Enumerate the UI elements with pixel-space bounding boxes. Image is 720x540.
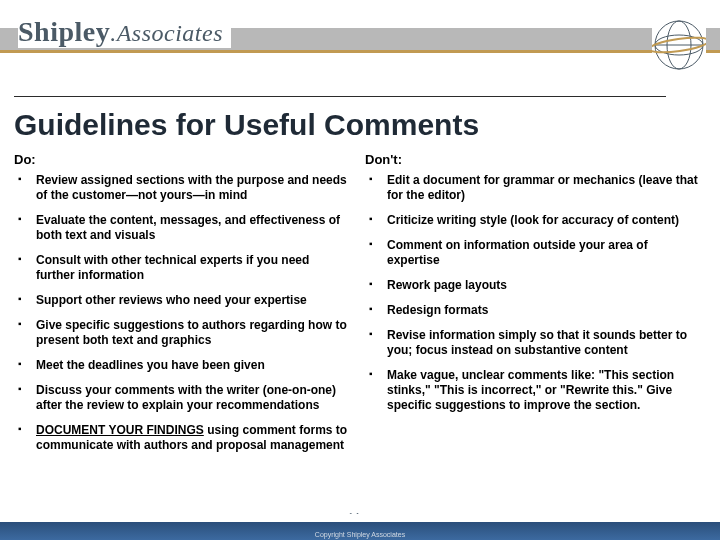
list-item: Make vague, unclear comments like: "This…	[365, 368, 702, 413]
footer-bar: Copyright Shipley Associates	[0, 514, 720, 540]
list-item: Evaluate the content, messages, and effe…	[14, 213, 351, 243]
content-columns: Do: Review assigned sections with the pu…	[14, 152, 702, 463]
slide: Shipley.Associates Guidelines for Useful…	[0, 0, 720, 540]
do-column: Do: Review assigned sections with the pu…	[14, 152, 351, 463]
list-item: Discuss your comments with the writer (o…	[14, 383, 351, 413]
globe-icon	[652, 18, 706, 72]
brand-name-light: .Associates	[110, 20, 223, 46]
list-item-prefix: DOCUMENT YOUR FINDINGS	[36, 423, 204, 437]
list-item: Criticize writing style (look for accura…	[365, 213, 702, 228]
do-heading: Do:	[14, 152, 351, 167]
header: Shipley.Associates	[0, 0, 720, 88]
list-item: Review assigned sections with the purpos…	[14, 173, 351, 203]
footer-copyright: Copyright Shipley Associates	[0, 531, 720, 538]
do-list: Review assigned sections with the purpos…	[14, 173, 351, 453]
list-item: Give specific suggestions to authors reg…	[14, 318, 351, 348]
list-item: DOCUMENT YOUR FINDINGS using comment for…	[14, 423, 351, 453]
brand-logo-text: Shipley.Associates	[18, 16, 231, 48]
list-item: Revise information simply so that it sou…	[365, 328, 702, 358]
dont-heading: Don't:	[365, 152, 702, 167]
list-item: Rework page layouts	[365, 278, 702, 293]
dont-list: Edit a document for grammar or mechanics…	[365, 173, 702, 413]
list-item: Support other reviews who need your expe…	[14, 293, 351, 308]
list-item: Redesign formats	[365, 303, 702, 318]
slide-title: Guidelines for Useful Comments	[14, 108, 479, 142]
brand-name-bold: Shipley	[18, 16, 110, 47]
list-item: Comment on information outside your area…	[365, 238, 702, 268]
title-divider	[14, 96, 666, 97]
list-item: Meet the deadlines you have been given	[14, 358, 351, 373]
list-item: Edit a document for grammar or mechanics…	[365, 173, 702, 203]
list-item: Consult with other technical experts if …	[14, 253, 351, 283]
header-accent-bar	[0, 50, 720, 53]
dont-column: Don't: Edit a document for grammar or me…	[365, 152, 702, 463]
